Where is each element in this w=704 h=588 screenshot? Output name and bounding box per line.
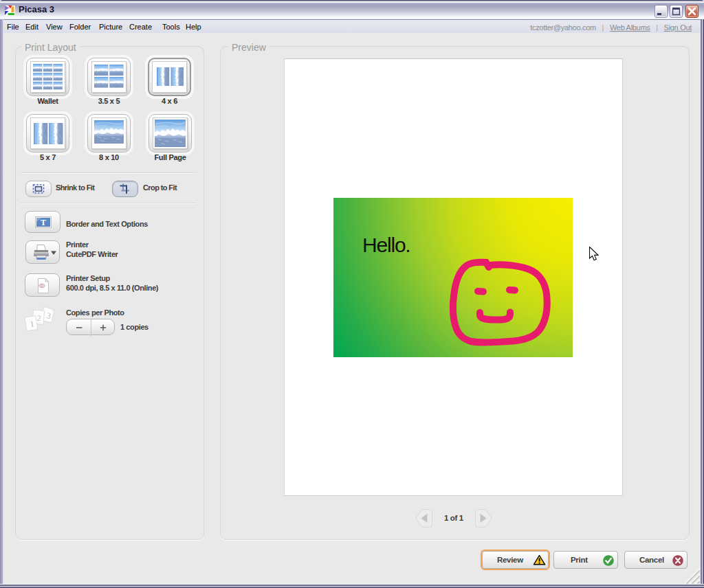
svg-text:2: 2 bbox=[36, 313, 41, 323]
svg-text:T: T bbox=[41, 218, 46, 227]
